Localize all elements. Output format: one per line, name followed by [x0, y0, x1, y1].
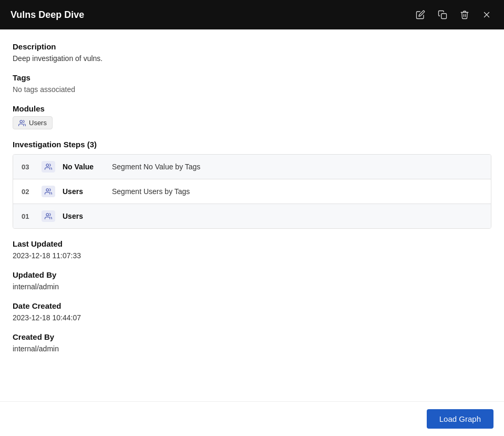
- table-row: 02 Users Segment Users by Tags: [13, 179, 491, 204]
- svg-point-4: [46, 164, 49, 167]
- edit-button[interactable]: [414, 8, 427, 22]
- steps-table: 03 No Value Segment No Value by Tags 02: [13, 154, 491, 229]
- last-updated-section: Last Updated 2023-12-18 11:07:33: [13, 239, 491, 260]
- step-desc-03: Segment No Value by Tags: [112, 163, 200, 171]
- date-created-label: Date Created: [13, 301, 491, 310]
- updated-by-section: Updated By internal/admin: [13, 270, 491, 291]
- last-updated-value: 2023-12-18 11:07:33: [13, 251, 491, 260]
- copy-button[interactable]: [436, 8, 449, 22]
- module-name: Users: [29, 119, 47, 127]
- svg-rect-0: [441, 14, 447, 19]
- users-icon: [18, 119, 26, 127]
- step-desc-02: Segment Users by Tags: [112, 187, 190, 196]
- app-title: Vulns Deep Dive: [11, 9, 84, 21]
- svg-point-5: [46, 189, 49, 191]
- tags-section: Tags No tags associated: [13, 73, 491, 94]
- load-graph-button[interactable]: Load Graph: [427, 409, 493, 429]
- close-button[interactable]: [480, 8, 493, 22]
- created-by-label: Created By: [13, 332, 491, 341]
- delete-button[interactable]: [458, 8, 471, 22]
- investigation-steps-section: Investigation Steps (3) 03 No Value Segm…: [13, 140, 491, 229]
- users-icon: [45, 188, 52, 195]
- updated-by-label: Updated By: [13, 270, 491, 279]
- description-value: Deep investigation of vulns.: [13, 54, 491, 63]
- step-number-01: 01: [22, 212, 34, 220]
- description-label: Description: [13, 42, 491, 51]
- modules-section: Modules Users: [13, 104, 491, 129]
- step-icon-01: [42, 210, 55, 222]
- step-icon-03: [42, 161, 55, 173]
- step-module-02: Users: [63, 187, 105, 196]
- users-icon: [45, 163, 52, 170]
- created-by-section: Created By internal/admin: [13, 332, 491, 353]
- modules-label: Modules: [13, 104, 491, 113]
- tags-label: Tags: [13, 73, 491, 82]
- step-module-03: No Value: [63, 163, 105, 171]
- table-row: 01 Users: [13, 204, 491, 228]
- trash-icon: [460, 10, 469, 19]
- edit-icon: [416, 10, 425, 19]
- date-created-value: 2023-12-18 10:44:07: [13, 313, 491, 322]
- last-updated-label: Last Updated: [13, 239, 491, 248]
- date-created-section: Date Created 2023-12-18 10:44:07: [13, 301, 491, 322]
- copy-icon: [438, 10, 447, 19]
- updated-by-value: internal/admin: [13, 282, 491, 291]
- tags-empty-text: No tags associated: [13, 85, 491, 94]
- step-number-03: 03: [22, 163, 34, 171]
- close-icon: [482, 10, 491, 19]
- module-badge-users: Users: [13, 116, 53, 129]
- users-icon: [45, 212, 52, 220]
- step-module-01: Users: [63, 212, 105, 220]
- footer: Load Graph: [0, 401, 504, 436]
- svg-point-3: [20, 120, 23, 123]
- created-by-value: internal/admin: [13, 344, 491, 353]
- main-content: Description Deep investigation of vulns.…: [0, 29, 504, 405]
- header-actions: [414, 8, 493, 22]
- step-icon-02: [42, 186, 55, 197]
- table-row: 03 No Value Segment No Value by Tags: [13, 155, 491, 179]
- svg-point-6: [46, 214, 49, 216]
- app-header: Vulns Deep Dive: [0, 0, 504, 29]
- description-section: Description Deep investigation of vulns.: [13, 42, 491, 63]
- steps-title: Investigation Steps (3): [13, 140, 491, 149]
- step-number-02: 02: [22, 188, 34, 196]
